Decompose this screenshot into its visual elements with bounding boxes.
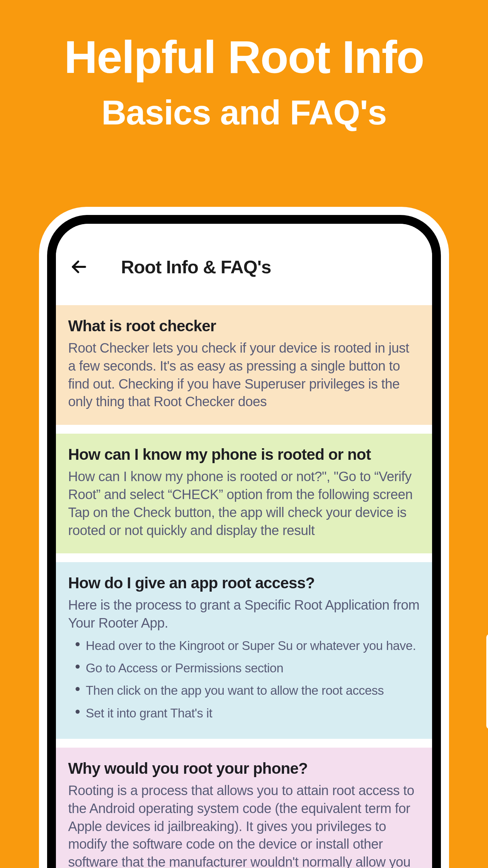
list-item: Go to Access or Permissions section (78, 657, 420, 679)
faq-card-give-app-root-access: How do I give an app root access? Here i… (56, 562, 432, 739)
page-title: Root Info & FAQ's (121, 256, 271, 277)
list-item: Then click on the app you want to allow … (78, 679, 420, 702)
faq-body: Rooting is a process that allows you to … (68, 782, 420, 868)
faq-steps-list: Head over to the Kingroot or Super Su or… (68, 635, 420, 725)
faq-title: Why would you root your phone? (68, 759, 420, 777)
faq-title: What is root checker (68, 317, 420, 335)
faq-title: How can I know my phone is rooted or not (68, 445, 420, 463)
faq-intro: Here is the process to grant a Specific … (68, 596, 420, 632)
back-arrow-icon[interactable] (69, 257, 88, 276)
app-screen: Root Info & FAQ's What is root checker R… (56, 224, 432, 868)
phone-side-button (486, 634, 488, 729)
faq-title: How do I give an app root access? (68, 574, 420, 592)
promo-title: Helpful Root Info (0, 31, 488, 83)
faq-card-what-is-root-checker: What is root checker Root Checker lets y… (56, 305, 432, 425)
faq-body: Root Checker lets you check if your devi… (68, 339, 420, 411)
faq-card-how-know-rooted: How can I know my phone is rooted or not… (56, 434, 432, 553)
faq-card-why-root-phone: Why would you root your phone? Rooting i… (56, 748, 432, 868)
promo-subtitle: Basics and FAQ's (0, 93, 488, 133)
phone-mockup: Root Info & FAQ's What is root checker R… (39, 207, 449, 868)
list-item: Set it into grant That's it (78, 702, 420, 725)
faq-body: Here is the process to grant a Specific … (68, 596, 420, 725)
app-header: Root Info & FAQ's (56, 224, 432, 296)
faq-body: How can I know my phone is rooted or not… (68, 468, 420, 539)
list-item: Head over to the Kingroot or Super Su or… (78, 635, 420, 657)
